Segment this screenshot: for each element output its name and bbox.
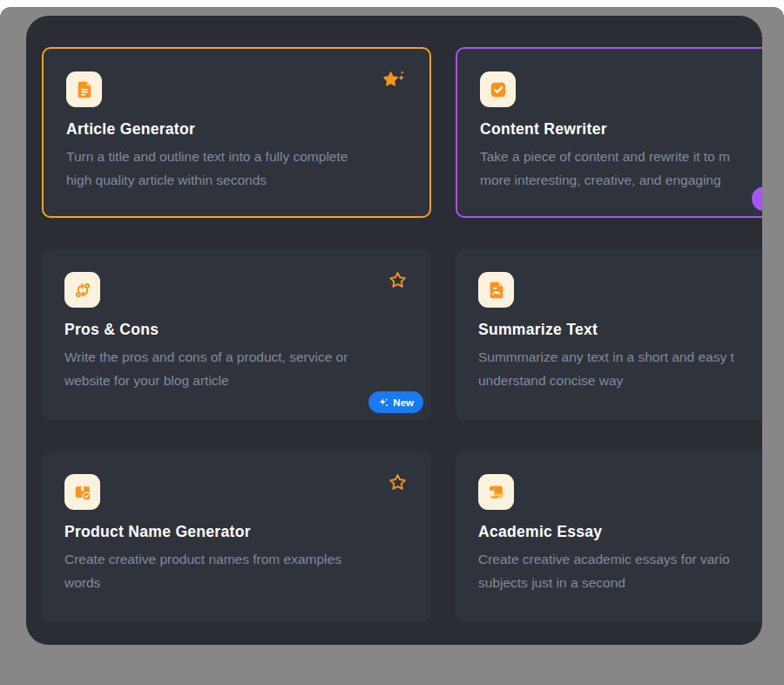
card-title: Academic Essay (478, 523, 762, 541)
icon-tile (480, 71, 516, 107)
card-description: Summmarize any text in a short and easy … (478, 345, 762, 392)
summary-document-icon (487, 281, 506, 300)
checkbox-icon (489, 80, 508, 99)
card-academic-essay[interactable]: Academic Essay Create creative academic … (456, 451, 762, 622)
card-product-name-generator[interactable]: Product Name Generator Create creative p… (42, 451, 431, 622)
card-description: Create creative product names from examp… (64, 547, 409, 594)
card-pros-and-cons[interactable]: Pros & Cons Write the pros and cons of a… (42, 249, 431, 420)
scroll-icon (487, 483, 506, 502)
tool-card-grid: Article Generator Turn a title and outli… (26, 16, 762, 622)
card-description: Write the pros and cons of a product, se… (64, 345, 409, 392)
page: Article Generator Turn a title and outli… (0, 0, 784, 685)
favorite-star-outline-icon[interactable] (388, 270, 408, 290)
icon-tile (478, 474, 514, 510)
favorite-star-outline-icon[interactable] (388, 472, 408, 492)
favorite-star-filled-icon[interactable] (382, 70, 406, 92)
card-description: Take a piece of content and rewrite it t… (480, 145, 762, 192)
new-badge: New (368, 391, 423, 413)
tools-panel: Article Generator Turn a title and outli… (26, 16, 762, 645)
icon-tile (64, 474, 100, 510)
card-description: Create creative academic essays for vari… (478, 547, 762, 594)
icon-tile (478, 272, 514, 308)
card-description: Turn a title and outline text into a ful… (66, 145, 407, 192)
card-title: Article Generator (66, 120, 407, 139)
card-article-generator[interactable]: Article Generator Turn a title and outli… (42, 47, 431, 218)
card-summarize-text[interactable]: Summarize Text Summmarize any text in a … (456, 249, 762, 420)
card-content-rewriter[interactable]: Content Rewriter Take a piece of content… (456, 47, 762, 218)
card-title: Summarize Text (478, 321, 762, 339)
sparkle-icon (378, 397, 389, 408)
icon-tile (66, 71, 102, 107)
card-title: Pros & Cons (64, 321, 409, 339)
icon-tile (64, 272, 100, 308)
card-title: Product Name Generator (64, 523, 409, 541)
new-badge-label: New (393, 397, 414, 408)
swap-arrows-icon (73, 281, 92, 300)
article-document-icon (75, 80, 94, 99)
card-title: Content Rewriter (480, 120, 762, 139)
product-box-check-icon (73, 483, 92, 502)
